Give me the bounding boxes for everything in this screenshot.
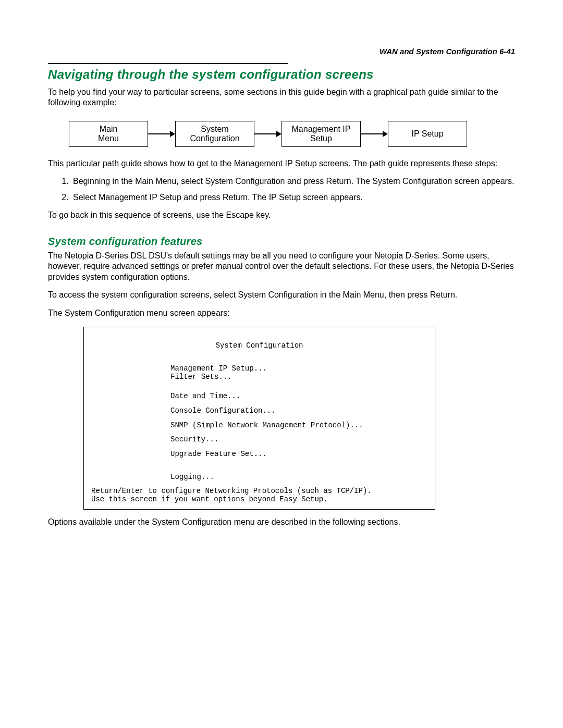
intro-paragraph: To help you find your way to particular … [48,87,515,108]
path-box-system-configuration: System Configuration [175,121,254,147]
menu-item: Date and Time... [170,392,427,401]
menu-item: Console Configuration... [170,407,427,415]
escape-note: To go back in this sequence of screens, … [48,210,515,220]
terminal-title: System Configuration [91,342,427,350]
section-heading: Navigating through the system configurat… [48,67,515,82]
terminal-footer-line: Return/Enter to configure Networking Pro… [91,487,427,496]
body-paragraph: The System Configuration menu screen app… [48,308,515,318]
menu-item: Upgrade Feature Set... [170,450,427,459]
after-terminal-paragraph: Options available under the System Confi… [48,517,515,527]
menu-item: Logging... [170,473,427,482]
arrow-icon [254,131,282,137]
arrow-icon [148,131,175,137]
terminal-screen: System Configuration Management IP Setup… [83,327,435,509]
path-box-main-menu: Main Menu [69,121,148,147]
list-item: Beginning in the Main Menu, select Syste… [71,176,515,187]
path-box-ip-setup: IP Setup [388,121,467,147]
menu-item: SNMP (Simple Network Management Protocol… [170,422,427,430]
menu-item: Filter Sets... [170,373,427,381]
body-paragraph: To access the system configuration scree… [48,290,515,300]
menu-item: Security... [170,436,427,444]
running-header: WAN and System Configuration 6-41 [48,47,515,56]
path-guide: Main Menu System Configuration Managemen… [69,121,515,147]
arrow-icon [361,131,388,137]
steps-list: Beginning in the Main Menu, select Syste… [48,176,515,203]
subsection-heading: System configuration features [48,236,515,248]
terminal-menu: Management IP Setup... Filter Sets... Da… [170,365,427,481]
path-box-management-ip-setup: Management IP Setup [282,121,361,147]
list-item: Select Management IP Setup and press Ret… [71,192,515,203]
terminal-footer-line: Use this screen if you want options beyo… [91,496,427,504]
menu-item: Management IP Setup... [170,365,427,373]
body-paragraph: The Netopia D-Series DSL DSU's default s… [48,251,515,282]
document-page: WAN and System Configuration 6-41 Naviga… [0,0,563,728]
after-path-paragraph: This particular path guide shows how to … [48,158,515,169]
section-rule [48,63,288,64]
